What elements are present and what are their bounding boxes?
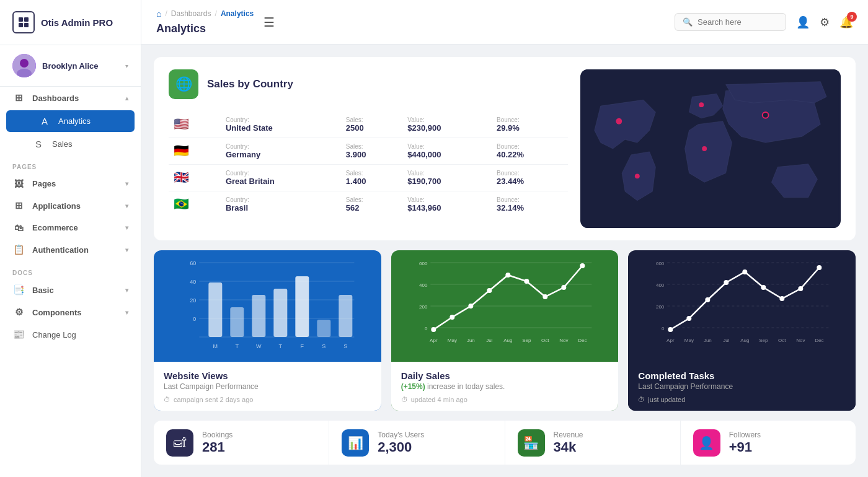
value-cell: Value: $230,900: [402, 112, 492, 138]
svg-text:T: T: [279, 343, 283, 349]
svg-text:May: May: [447, 338, 456, 343]
svg-point-46: [468, 304, 473, 309]
authentication-label: Authentication: [32, 245, 118, 255]
basic-label: Basic: [32, 286, 118, 295]
svg-rect-26: [295, 276, 309, 337]
settings-icon[interactable]: ⚙: [820, 15, 830, 29]
bar-chart-svg: 60 40 20 0 M T: [154, 250, 381, 362]
sidebar-item-components[interactable]: ⚙ Components ▾: [0, 301, 141, 323]
svg-point-44: [431, 327, 436, 332]
sidebar-item-dashboards[interactable]: ⊞ Dashboards ▴: [0, 87, 141, 109]
sales-country-left: 🌐 Sales by Country 🇺🇸 Country: United St…: [169, 69, 568, 228]
sidebar-item-analytics[interactable]: A Analytics: [6, 110, 135, 132]
logo-icon: [12, 11, 35, 33]
stat-value: 2,300: [378, 439, 424, 455]
search-box[interactable]: 🔍: [675, 13, 786, 31]
docs-section-label: DOCS: [0, 261, 141, 279]
hamburger-icon[interactable]: ☰: [264, 15, 275, 30]
country-cell: Country: Brasil: [221, 191, 341, 218]
sidebar-item-applications[interactable]: ⊞ Applications ▾: [0, 195, 141, 217]
svg-text:T: T: [236, 343, 239, 349]
svg-point-12: [635, 173, 640, 178]
clock-icon: ⏱: [164, 396, 170, 403]
stat-label: Bookings: [202, 431, 232, 439]
sidebar-item-ecommerce[interactable]: 🛍 Ecommerce ▾: [0, 217, 141, 239]
changelog-label: Change Log: [32, 330, 128, 339]
flag-cell: 🇧🇷: [169, 191, 221, 218]
profile-icon[interactable]: 👤: [796, 15, 810, 29]
sales-cell: Sales: 2500: [341, 112, 402, 138]
sales-label: Sales: [52, 139, 128, 149]
svg-text:40: 40: [190, 279, 196, 285]
svg-point-71: [687, 316, 692, 321]
svg-point-70: [668, 327, 673, 332]
sidebar-user[interactable]: Brooklyn Alice ▾: [0, 45, 141, 87]
dashboards-chevron-icon: ▴: [125, 95, 128, 102]
sidebar-item-sales[interactable]: S Sales: [0, 133, 141, 155]
stat-value: 281: [202, 439, 232, 455]
world-map: [580, 69, 841, 228]
sales-cell: Sales: 562: [341, 191, 402, 218]
svg-point-5: [20, 59, 29, 68]
svg-point-76: [780, 296, 785, 301]
dashboards-label: Dashboards: [32, 94, 118, 103]
svg-text:Aug: Aug: [741, 338, 750, 343]
svg-rect-27: [317, 320, 330, 337]
dashboards-submenu: A Analytics S Sales: [0, 109, 141, 155]
ecommerce-icon: 🛍: [12, 222, 25, 233]
basic-chevron-icon: ▾: [125, 287, 128, 294]
completed-tasks-info: Completed Tasks Last Campaign Performanc…: [628, 362, 856, 411]
svg-text:Dec: Dec: [578, 338, 587, 343]
sidebar-item-authentication[interactable]: 📋 Authentication ▾: [0, 239, 141, 261]
svg-rect-2: [19, 23, 23, 27]
svg-point-78: [817, 265, 822, 270]
svg-point-9: [699, 102, 704, 107]
completed-tasks-title: Completed Tasks: [638, 370, 846, 381]
svg-rect-3: [24, 23, 29, 27]
search-input[interactable]: [698, 17, 778, 27]
svg-text:60: 60: [190, 260, 196, 266]
svg-rect-23: [230, 307, 244, 337]
website-views-time: ⏱ campaign sent 2 days ago: [164, 396, 371, 403]
applications-label: Applications: [32, 201, 118, 211]
main-content: ⌂ / Dashboards / Analytics Analytics ☰ 🔍…: [141, 0, 868, 477]
stat-icon: 👤: [693, 429, 720, 457]
svg-text:Dec: Dec: [815, 338, 824, 343]
components-icon: ⚙: [12, 307, 25, 318]
notifications-icon[interactable]: 🔔 9: [839, 15, 853, 29]
svg-text:Sep: Sep: [760, 338, 769, 343]
breadcrumb: ⌂ / Dashboards / Analytics Analytics: [156, 9, 254, 35]
table-row: 🇩🇪 Country: Germany Sales: 3.900 Value: …: [169, 138, 568, 165]
svg-text:S: S: [343, 343, 347, 349]
website-views-chart: 60 40 20 0 M T: [154, 250, 381, 362]
completed-tasks-time: ⏱ just updated: [638, 396, 846, 403]
svg-point-72: [706, 297, 711, 302]
svg-text:Oct: Oct: [541, 338, 549, 343]
svg-text:F: F: [301, 343, 304, 349]
user-chevron-icon: ▾: [125, 63, 128, 69]
svg-text:Jun: Jun: [467, 338, 475, 343]
country-cell: Country: Germany: [221, 138, 341, 165]
sidebar: Otis Admin PRO Brooklyn Alice ▾ ⊞ Dashbo…: [0, 0, 141, 477]
sales-icon: S: [32, 139, 45, 149]
sidebar-item-changelog[interactable]: 📰 Change Log: [0, 323, 141, 346]
svg-point-47: [487, 288, 492, 293]
svg-point-48: [505, 273, 510, 278]
svg-rect-22: [208, 282, 222, 337]
svg-text:0: 0: [425, 326, 428, 331]
daily-sales-info: Daily Sales (+15%) increase in today sal…: [391, 362, 619, 411]
stat-icon: 📊: [342, 429, 369, 457]
svg-point-77: [799, 286, 804, 291]
stat-item: 👤 Followers +91: [681, 421, 856, 465]
page-title: Analytics: [156, 22, 206, 35]
applications-chevron-icon: ▾: [125, 203, 128, 209]
svg-point-8: [616, 118, 622, 125]
flag-cell: 🇩🇪: [169, 138, 221, 165]
sidebar-item-basic[interactable]: 📑 Basic ▾: [0, 279, 141, 301]
sidebar-item-pages[interactable]: 🖼 Pages ▾: [0, 173, 141, 195]
header-icons: 👤 ⚙ 🔔 9: [796, 15, 853, 29]
svg-text:W: W: [256, 343, 262, 349]
value-cell: Value: $190,700: [402, 165, 492, 191]
authentication-chevron-icon: ▾: [125, 247, 128, 253]
svg-rect-1: [24, 17, 29, 22]
